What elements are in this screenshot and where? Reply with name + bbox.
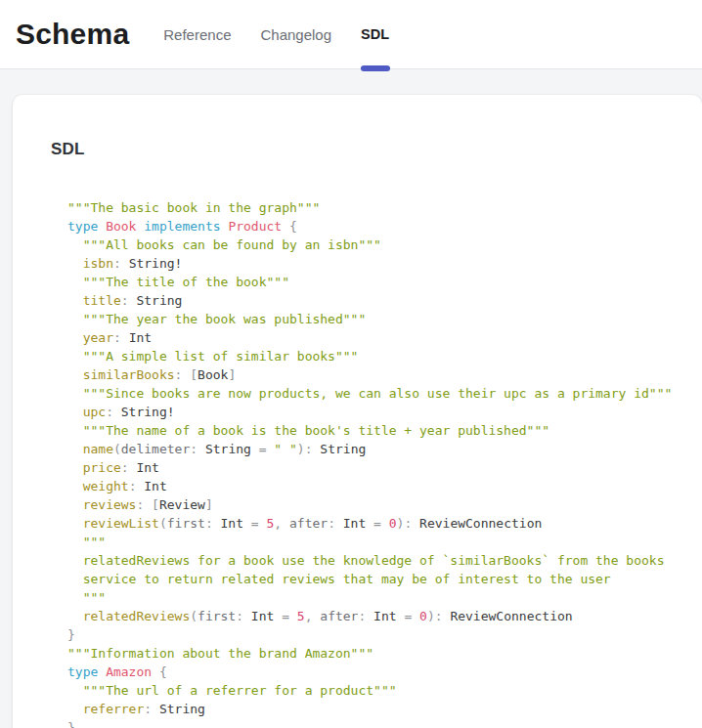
tab-sdl[interactable]: SDL [357, 0, 393, 68]
code-line: referrer: String [67, 700, 682, 718]
code-line: name(delimeter: String = " "): String [67, 440, 682, 458]
code-line: relatedReviews for a book use the knowle… [67, 551, 682, 570]
code-line: type Amazon { [67, 663, 682, 681]
code-line: """The url of a referrer for a product""… [67, 681, 682, 700]
code-line: """The basic book in the graph""" [67, 198, 682, 217]
code-line: year: Int [67, 328, 682, 347]
code-line: } [67, 718, 682, 728]
sdl-code-block[interactable]: """The basic book in the graph"""type Bo… [51, 198, 682, 728]
tab-reference[interactable]: Reference [159, 0, 235, 68]
code-line: service to return related reviews that m… [67, 570, 682, 588]
code-line: relatedReviews(first: Int = 5, after: In… [67, 607, 682, 625]
sdl-panel: SDL """The basic book in the graph"""typ… [13, 95, 702, 728]
code-line: """Since books are now products, we can … [67, 384, 682, 403]
code-line: reviewList(first: Int = 5, after: Int = … [67, 514, 682, 533]
code-line: """A simple list of similar books""" [67, 347, 682, 365]
panel-heading: SDL [51, 140, 682, 158]
page-title: Schema [16, 18, 129, 51]
code-line: type Book implements Product { [67, 217, 682, 236]
code-line: price: Int [67, 458, 682, 477]
code-line: """The name of a book is the book's titl… [67, 421, 682, 440]
code-line: """All books can be found by an isbn""" [67, 236, 682, 254]
tab-reference-label: Reference [163, 26, 231, 43]
code-line: """ [67, 533, 682, 551]
code-line: """The year the book was published""" [67, 310, 682, 328]
code-line: title: String [67, 291, 682, 310]
tab-changelog-label: Changelog [260, 26, 331, 43]
code-line: similarBooks: [Book] [67, 365, 682, 384]
tab-sdl-label: SDL [361, 26, 389, 42]
code-line: upc: String! [67, 403, 682, 421]
page-header: Schema Reference Changelog SDL [0, 0, 702, 69]
code-line: weight: Int [67, 477, 682, 495]
tab-changelog[interactable]: Changelog [256, 0, 335, 68]
code-line: isbn: String! [67, 254, 682, 273]
code-line: """Information about the brand Amazon""" [67, 644, 682, 663]
content-area: SDL """The basic book in the graph"""typ… [0, 69, 702, 728]
code-line: } [67, 625, 682, 644]
code-line: reviews: [Review] [67, 495, 682, 514]
active-tab-indicator [361, 65, 390, 71]
code-line: """ [67, 588, 682, 607]
tab-bar: Reference Changelog SDL [159, 0, 393, 68]
code-line: """The title of the book""" [67, 273, 682, 291]
